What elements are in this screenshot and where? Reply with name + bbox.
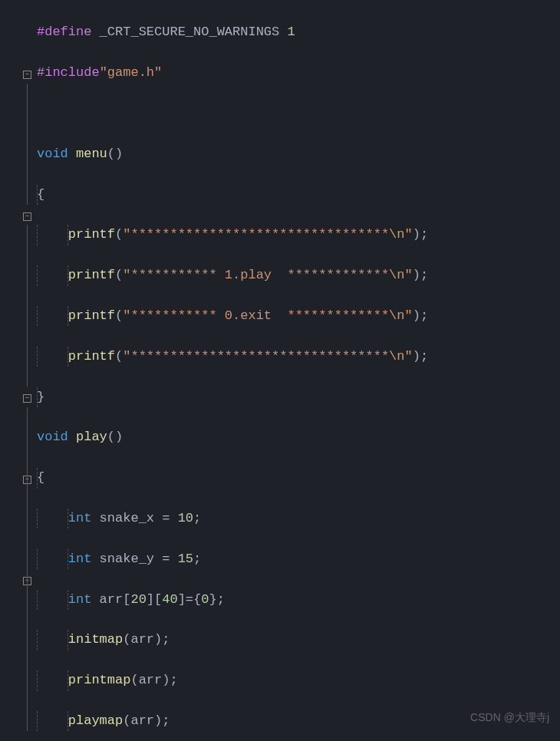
fold-box-icon[interactable]: − [23, 577, 31, 585]
play-fn: play [68, 430, 107, 444]
code-area[interactable]: #define _CRT_SECURE_NO_WARNINGS 1 #inclu… [37, 0, 560, 741]
include-kw: #include [37, 65, 100, 80]
watermark: CSDN @大理寺j [470, 707, 549, 727]
fold-box-icon[interactable]: − [23, 394, 31, 403]
fold-box-icon[interactable]: − [23, 212, 31, 221]
line-gutter [0, 0, 23, 741]
fold-box-icon[interactable]: − [23, 71, 31, 79]
menu-fn: menu [68, 147, 107, 161]
code-editor[interactable]: − − − − − #define _CRT_SECURE_NO_WARNI [0, 0, 560, 741]
fold-column: − − − − − [23, 0, 37, 741]
define-kw: #define [37, 25, 91, 39]
fold-box-icon[interactable]: − [23, 476, 31, 484]
